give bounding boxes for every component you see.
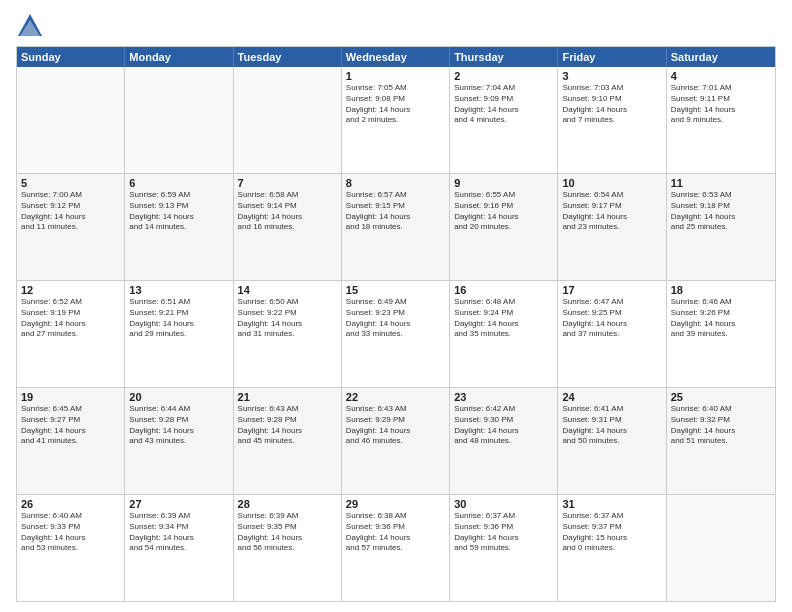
day-info: Sunrise: 6:37 AMSunset: 9:36 PMDaylight:… — [454, 511, 553, 554]
calendar: SundayMondayTuesdayWednesdayThursdayFrid… — [16, 46, 776, 602]
day-info: Sunrise: 6:58 AMSunset: 9:14 PMDaylight:… — [238, 190, 337, 233]
day-cell-13: 13Sunrise: 6:51 AMSunset: 9:21 PMDayligh… — [125, 281, 233, 387]
calendar-row-4: 26Sunrise: 6:40 AMSunset: 9:33 PMDayligh… — [17, 494, 775, 601]
day-cell-9: 9Sunrise: 6:55 AMSunset: 9:16 PMDaylight… — [450, 174, 558, 280]
day-info: Sunrise: 6:49 AMSunset: 9:23 PMDaylight:… — [346, 297, 445, 340]
day-number: 23 — [454, 391, 553, 403]
day-cell-11: 11Sunrise: 6:53 AMSunset: 9:18 PMDayligh… — [667, 174, 775, 280]
day-info: Sunrise: 6:57 AMSunset: 9:15 PMDaylight:… — [346, 190, 445, 233]
day-info: Sunrise: 6:40 AMSunset: 9:32 PMDaylight:… — [671, 404, 771, 447]
day-cell-25: 25Sunrise: 6:40 AMSunset: 9:32 PMDayligh… — [667, 388, 775, 494]
day-cell-16: 16Sunrise: 6:48 AMSunset: 9:24 PMDayligh… — [450, 281, 558, 387]
day-info: Sunrise: 7:03 AMSunset: 9:10 PMDaylight:… — [562, 83, 661, 126]
day-number: 17 — [562, 284, 661, 296]
day-number: 4 — [671, 70, 771, 82]
day-cell-23: 23Sunrise: 6:42 AMSunset: 9:30 PMDayligh… — [450, 388, 558, 494]
day-number: 8 — [346, 177, 445, 189]
day-number: 29 — [346, 498, 445, 510]
day-info: Sunrise: 6:42 AMSunset: 9:30 PMDaylight:… — [454, 404, 553, 447]
day-number: 13 — [129, 284, 228, 296]
day-cell-30: 30Sunrise: 6:37 AMSunset: 9:36 PMDayligh… — [450, 495, 558, 601]
day-number: 22 — [346, 391, 445, 403]
day-cell-8: 8Sunrise: 6:57 AMSunset: 9:15 PMDaylight… — [342, 174, 450, 280]
day-cell-6: 6Sunrise: 6:59 AMSunset: 9:13 PMDaylight… — [125, 174, 233, 280]
day-cell-14: 14Sunrise: 6:50 AMSunset: 9:22 PMDayligh… — [234, 281, 342, 387]
day-info: Sunrise: 6:43 AMSunset: 9:28 PMDaylight:… — [238, 404, 337, 447]
empty-cell-4-6 — [667, 495, 775, 601]
calendar-body: 1Sunrise: 7:05 AMSunset: 9:08 PMDaylight… — [17, 67, 775, 601]
day-number: 11 — [671, 177, 771, 189]
header-day-wednesday: Wednesday — [342, 47, 450, 67]
day-number: 3 — [562, 70, 661, 82]
day-cell-1: 1Sunrise: 7:05 AMSunset: 9:08 PMDaylight… — [342, 67, 450, 173]
day-info: Sunrise: 7:05 AMSunset: 9:08 PMDaylight:… — [346, 83, 445, 126]
day-info: Sunrise: 6:47 AMSunset: 9:25 PMDaylight:… — [562, 297, 661, 340]
day-info: Sunrise: 6:46 AMSunset: 9:26 PMDaylight:… — [671, 297, 771, 340]
header-day-sunday: Sunday — [17, 47, 125, 67]
day-number: 27 — [129, 498, 228, 510]
day-cell-17: 17Sunrise: 6:47 AMSunset: 9:25 PMDayligh… — [558, 281, 666, 387]
logo-icon — [16, 12, 44, 40]
day-number: 5 — [21, 177, 120, 189]
day-info: Sunrise: 6:48 AMSunset: 9:24 PMDaylight:… — [454, 297, 553, 340]
day-number: 16 — [454, 284, 553, 296]
calendar-row-0: 1Sunrise: 7:05 AMSunset: 9:08 PMDaylight… — [17, 67, 775, 173]
day-cell-18: 18Sunrise: 6:46 AMSunset: 9:26 PMDayligh… — [667, 281, 775, 387]
day-number: 24 — [562, 391, 661, 403]
day-info: Sunrise: 6:40 AMSunset: 9:33 PMDaylight:… — [21, 511, 120, 554]
day-info: Sunrise: 6:43 AMSunset: 9:29 PMDaylight:… — [346, 404, 445, 447]
day-number: 7 — [238, 177, 337, 189]
day-info: Sunrise: 7:00 AMSunset: 9:12 PMDaylight:… — [21, 190, 120, 233]
day-info: Sunrise: 6:59 AMSunset: 9:13 PMDaylight:… — [129, 190, 228, 233]
day-cell-24: 24Sunrise: 6:41 AMSunset: 9:31 PMDayligh… — [558, 388, 666, 494]
day-number: 28 — [238, 498, 337, 510]
day-info: Sunrise: 6:38 AMSunset: 9:36 PMDaylight:… — [346, 511, 445, 554]
day-cell-4: 4Sunrise: 7:01 AMSunset: 9:11 PMDaylight… — [667, 67, 775, 173]
day-number: 2 — [454, 70, 553, 82]
page: SundayMondayTuesdayWednesdayThursdayFrid… — [0, 0, 792, 612]
day-number: 15 — [346, 284, 445, 296]
day-info: Sunrise: 6:44 AMSunset: 9:28 PMDaylight:… — [129, 404, 228, 447]
day-info: Sunrise: 7:01 AMSunset: 9:11 PMDaylight:… — [671, 83, 771, 126]
day-cell-27: 27Sunrise: 6:39 AMSunset: 9:34 PMDayligh… — [125, 495, 233, 601]
header-day-tuesday: Tuesday — [234, 47, 342, 67]
day-cell-5: 5Sunrise: 7:00 AMSunset: 9:12 PMDaylight… — [17, 174, 125, 280]
day-info: Sunrise: 6:39 AMSunset: 9:35 PMDaylight:… — [238, 511, 337, 554]
day-cell-19: 19Sunrise: 6:45 AMSunset: 9:27 PMDayligh… — [17, 388, 125, 494]
empty-cell-0-2 — [234, 67, 342, 173]
day-cell-3: 3Sunrise: 7:03 AMSunset: 9:10 PMDaylight… — [558, 67, 666, 173]
header-day-monday: Monday — [125, 47, 233, 67]
day-info: Sunrise: 6:53 AMSunset: 9:18 PMDaylight:… — [671, 190, 771, 233]
day-number: 12 — [21, 284, 120, 296]
day-info: Sunrise: 6:52 AMSunset: 9:19 PMDaylight:… — [21, 297, 120, 340]
calendar-row-1: 5Sunrise: 7:00 AMSunset: 9:12 PMDaylight… — [17, 173, 775, 280]
day-number: 19 — [21, 391, 120, 403]
header-day-thursday: Thursday — [450, 47, 558, 67]
empty-cell-0-0 — [17, 67, 125, 173]
day-info: Sunrise: 6:37 AMSunset: 9:37 PMDaylight:… — [562, 511, 661, 554]
day-cell-22: 22Sunrise: 6:43 AMSunset: 9:29 PMDayligh… — [342, 388, 450, 494]
header-day-saturday: Saturday — [667, 47, 775, 67]
day-number: 1 — [346, 70, 445, 82]
day-cell-10: 10Sunrise: 6:54 AMSunset: 9:17 PMDayligh… — [558, 174, 666, 280]
day-number: 31 — [562, 498, 661, 510]
day-cell-7: 7Sunrise: 6:58 AMSunset: 9:14 PMDaylight… — [234, 174, 342, 280]
day-cell-29: 29Sunrise: 6:38 AMSunset: 9:36 PMDayligh… — [342, 495, 450, 601]
day-cell-2: 2Sunrise: 7:04 AMSunset: 9:09 PMDaylight… — [450, 67, 558, 173]
day-number: 20 — [129, 391, 228, 403]
day-info: Sunrise: 6:50 AMSunset: 9:22 PMDaylight:… — [238, 297, 337, 340]
header — [16, 12, 776, 40]
calendar-header: SundayMondayTuesdayWednesdayThursdayFrid… — [17, 47, 775, 67]
day-cell-31: 31Sunrise: 6:37 AMSunset: 9:37 PMDayligh… — [558, 495, 666, 601]
day-number: 9 — [454, 177, 553, 189]
day-number: 25 — [671, 391, 771, 403]
day-number: 30 — [454, 498, 553, 510]
calendar-row-3: 19Sunrise: 6:45 AMSunset: 9:27 PMDayligh… — [17, 387, 775, 494]
day-info: Sunrise: 6:54 AMSunset: 9:17 PMDaylight:… — [562, 190, 661, 233]
day-info: Sunrise: 6:41 AMSunset: 9:31 PMDaylight:… — [562, 404, 661, 447]
day-cell-26: 26Sunrise: 6:40 AMSunset: 9:33 PMDayligh… — [17, 495, 125, 601]
day-info: Sunrise: 6:51 AMSunset: 9:21 PMDaylight:… — [129, 297, 228, 340]
day-cell-12: 12Sunrise: 6:52 AMSunset: 9:19 PMDayligh… — [17, 281, 125, 387]
day-number: 21 — [238, 391, 337, 403]
day-cell-21: 21Sunrise: 6:43 AMSunset: 9:28 PMDayligh… — [234, 388, 342, 494]
